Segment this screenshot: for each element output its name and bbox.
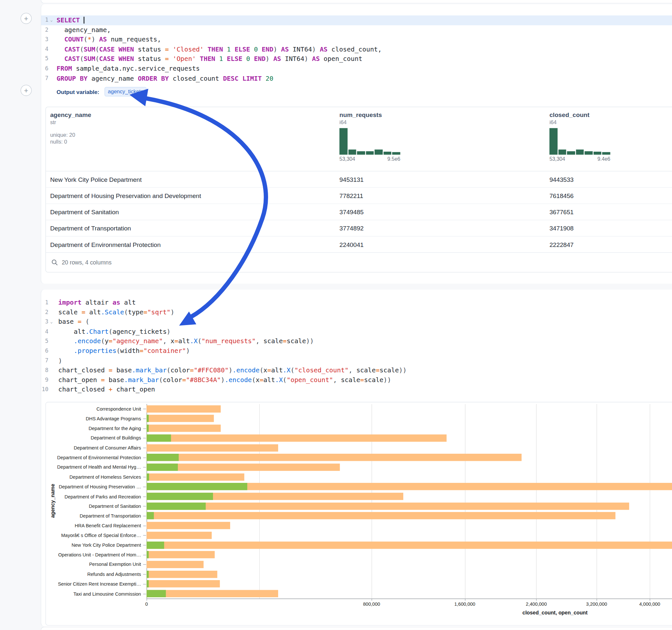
fold-chevron-icon [48, 385, 54, 395]
y-axis-tick [143, 458, 146, 458]
column-histogram[interactable] [339, 128, 400, 155]
bar-closed[interactable] [146, 512, 615, 519]
code-line[interactable]: 5 .encode(y="agency_name", x=alt.X("num_… [41, 336, 672, 346]
bar-open[interactable] [146, 590, 166, 597]
bar-open[interactable] [146, 580, 148, 587]
table-row[interactable]: New York City Police Department945313194… [46, 171, 672, 187]
bar-open[interactable] [146, 454, 178, 461]
code-line[interactable]: 4 alt.Chart(agency_tickets) [41, 327, 672, 336]
code-line[interactable]: 4 CAST(SUM(CASE WHEN status = 'Closed' T… [41, 44, 672, 54]
bar-closed[interactable] [146, 415, 214, 422]
code-line[interactable]: 1import altair as alt [41, 298, 672, 308]
bar-closed[interactable] [146, 405, 221, 412]
gridline [465, 404, 465, 599]
bar-open[interactable] [146, 483, 247, 490]
bar-open[interactable] [146, 425, 149, 432]
bar-open[interactable] [146, 463, 178, 470]
add-cell-button[interactable]: + [20, 85, 31, 96]
sql-editor[interactable]: 1⌄SELECT 2 agency_name,3 COUNT(*) AS num… [41, 4, 672, 83]
fold-chevron-icon[interactable]: ⌄ [48, 16, 54, 25]
x-axis-label: 4,000,000 [639, 602, 660, 607]
code-line[interactable]: 3 COUNT(*) AS num_requests, [41, 35, 672, 44]
code-line[interactable]: 2scale = alt.Scale(type="sqrt") [41, 308, 672, 317]
bar-closed[interactable] [146, 502, 629, 509]
code-line[interactable]: 9chart_open = base.mark_bar(color="#8BC3… [41, 375, 672, 385]
bar-closed[interactable] [146, 444, 278, 451]
column-header[interactable]: agency_namestrunique: 20nulls: 0 [50, 112, 339, 171]
code-line[interactable]: 7) [41, 356, 672, 366]
code-line[interactable]: 10chart_closed + chart_open [41, 385, 672, 395]
code-line[interactable]: 6FROM sample_data.nyc.service_requests [41, 64, 672, 74]
y-axis-tick [143, 487, 146, 487]
y-axis-label: Operations Unit - Department of Hom… [46, 551, 141, 558]
bar-closed[interactable] [146, 551, 215, 558]
bar-closed[interactable] [146, 473, 244, 480]
y-axis-tick [143, 526, 146, 526]
bar-closed[interactable] [146, 541, 672, 549]
bar-open[interactable] [146, 551, 148, 558]
table-cell: Department of Environmental Protection [50, 241, 339, 248]
bar-open[interactable] [146, 502, 206, 509]
code-line[interactable]: 3⌄base = ( [41, 317, 672, 327]
code-line[interactable]: 8chart_closed = base.mark_bar(color="#FF… [41, 366, 672, 375]
bar-open[interactable] [146, 512, 154, 519]
y-axis-label: Refunds and Adjustments [46, 571, 141, 578]
add-cell-button[interactable]: + [20, 13, 31, 24]
column-header[interactable]: closed_counti6453,3049.4e6 [549, 112, 672, 171]
code-line[interactable]: 1⌄SELECT [41, 16, 672, 25]
y-axis-label: HRA Benefit Card Replacement [46, 522, 141, 529]
bar-closed[interactable] [146, 425, 221, 432]
histogram-bar [602, 152, 610, 155]
bar-closed[interactable] [146, 454, 522, 461]
histogram-max: 9.5e6 [387, 156, 400, 162]
bar-closed[interactable] [146, 561, 203, 568]
bar-open[interactable] [146, 473, 149, 480]
histogram-bar [585, 151, 593, 155]
fold-chevron-icon [48, 366, 54, 375]
code-text: CAST(SUM(CASE WHEN status = 'Open' THEN … [54, 54, 672, 64]
table-row[interactable]: Department of Environmental Protection22… [46, 236, 672, 252]
bar-open[interactable] [146, 434, 171, 441]
code-line[interactable]: 5 CAST(SUM(CASE WHEN status = 'Open' THE… [41, 54, 672, 64]
y-axis-label: DHS Advantage Programs [46, 415, 141, 422]
line-number: 10 [41, 385, 48, 395]
column-meta: nulls: 0 [50, 139, 339, 145]
column-histogram[interactable] [549, 128, 610, 155]
line-number: 8 [41, 366, 48, 375]
bar-closed[interactable] [146, 580, 220, 587]
line-number: 1 [41, 16, 48, 25]
output-variable-chip[interactable]: agency_tickets [104, 87, 146, 97]
code-line[interactable]: 6 .properties(width="container") [41, 346, 672, 356]
code-text: chart_open = base.mark_bar(color="#8BC34… [54, 375, 672, 385]
bar-closed[interactable] [146, 434, 447, 441]
column-type: i64 [549, 120, 672, 126]
python-editor[interactable]: 1import altair as alt2scale = alt.Scale(… [41, 290, 672, 395]
bar-closed[interactable] [146, 532, 212, 539]
table-row[interactable]: Department of Transportation377489234719… [46, 220, 672, 236]
y-axis-label: New York City Police Department [46, 541, 141, 548]
column-header[interactable]: num_requestsi6453,3049.5e6 [339, 112, 549, 171]
code-line[interactable]: 7GROUP BY agency_name ORDER BY closed_co… [41, 74, 672, 83]
table-row[interactable]: Department of Sanitation37494853677651 [46, 203, 672, 220]
fold-chevron-icon [48, 74, 54, 83]
table-row[interactable]: Department of Housing Preservation and D… [46, 187, 672, 203]
column-name: closed_count [549, 112, 672, 118]
bar-closed[interactable] [146, 571, 217, 578]
code-line[interactable]: 2 agency_name, [41, 25, 672, 35]
bar-open[interactable] [146, 492, 213, 500]
line-number: 7 [41, 356, 48, 366]
bar-open[interactable] [146, 415, 148, 422]
histogram-max: 9.4e6 [597, 156, 610, 162]
y-axis-line [146, 404, 147, 599]
line-number: 6 [41, 346, 48, 356]
bar-closed[interactable] [146, 590, 278, 597]
y-axis-tick [143, 467, 146, 468]
line-number: 4 [41, 44, 48, 54]
search-icon[interactable] [51, 259, 58, 266]
bar-open[interactable] [146, 541, 164, 549]
output-variable-row: Output variable: agency_tickets [41, 87, 672, 97]
line-number: 7 [41, 74, 48, 83]
fold-chevron-icon[interactable]: ⌄ [48, 317, 54, 327]
bar-open[interactable] [146, 571, 149, 578]
bar-closed[interactable] [146, 522, 230, 529]
